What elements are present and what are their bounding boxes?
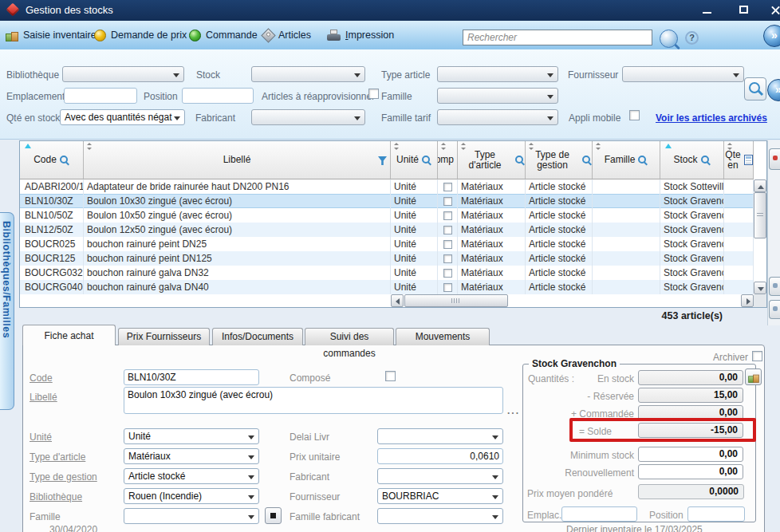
emplacement-field[interactable] xyxy=(561,506,637,522)
cut-button[interactable] xyxy=(769,277,780,296)
table-row[interactable]: BLN12/50ZBoulon 12x50 zingué (avec écrou… xyxy=(20,223,754,237)
column-header-code[interactable]: Code xyxy=(20,141,84,179)
cell-stock: Stock Gravenchon xyxy=(660,280,724,294)
renouvellement-value[interactable]: 0,00 xyxy=(638,464,743,479)
tab-infos-documents[interactable]: Infos/Documents xyxy=(212,328,303,345)
column-header-famille[interactable]: Famille xyxy=(593,141,660,179)
minimum-stock-value[interactable]: 0,00 xyxy=(638,447,743,462)
vertical-scrollbar-thumb[interactable] xyxy=(754,192,766,238)
resize-handle-icon xyxy=(394,143,400,150)
search-input[interactable] xyxy=(463,30,652,45)
toolbar-item-articles[interactable]: Articles xyxy=(263,25,311,45)
table-row[interactable]: ADABRI200/16Adaptateur de bride rainurée… xyxy=(20,179,754,194)
maximize-button[interactable] xyxy=(732,0,756,21)
round-blue-button[interactable] xyxy=(763,25,780,47)
table-row[interactable]: BOUCRG032bouchon rainuré galva DN32Unité… xyxy=(20,266,754,280)
toolbar-item-demande-de-prix[interactable]: Demande de prix xyxy=(94,25,187,45)
famille-fabricant-combo[interactable] xyxy=(377,508,503,524)
tab-mouvements[interactable]: Mouvements xyxy=(396,328,490,345)
famille-tarif-filter-combo[interactable] xyxy=(437,109,558,125)
compose-checkbox[interactable] xyxy=(443,269,452,278)
emplacement-filter-input[interactable] xyxy=(64,88,137,104)
archiver-checkbox[interactable] xyxy=(752,351,762,361)
launch-search-button[interactable] xyxy=(744,77,766,100)
en-stock-value: 0,00 xyxy=(638,370,743,385)
column-header-libelle[interactable]: Libellé xyxy=(84,141,391,179)
delai-livr-combo[interactable] xyxy=(377,428,503,444)
compose-checkbox[interactable] xyxy=(443,183,452,191)
fabricant-filter-combo[interactable] xyxy=(251,109,365,125)
type-article-filter-combo[interactable] xyxy=(437,66,558,82)
close-button[interactable] xyxy=(768,0,780,21)
column-header-type_article[interactable]: Type d'article xyxy=(458,141,526,179)
table-row[interactable]: BLN10/30ZBoulon 10x30 zingué (avec écrou… xyxy=(20,194,754,208)
search-icon[interactable] xyxy=(637,155,648,165)
libelle-field[interactable]: Boulon 10x30 zingué (avec écrou) xyxy=(124,387,503,414)
appli-mobile-checkbox[interactable] xyxy=(629,110,640,120)
stock-detail-button[interactable] xyxy=(745,368,762,385)
sidebar-tab-bibliotheques-familles[interactable]: Bibliothèques/Familles xyxy=(0,212,14,410)
column-header-comp[interactable]: Comp xyxy=(438,141,458,179)
table-row[interactable]: BOUCRG040bouchon rainuré galva DN40Unité… xyxy=(20,280,754,294)
column-header-stock[interactable]: Stock xyxy=(660,141,724,179)
tab-fiche-achat[interactable]: Fiche achat xyxy=(22,325,116,345)
scroll-down-button[interactable] xyxy=(754,282,766,294)
compose-checkbox[interactable] xyxy=(443,226,452,234)
position-filter-input[interactable] xyxy=(182,88,254,104)
unite-combo[interactable]: Unité xyxy=(124,428,259,444)
famille-combo[interactable] xyxy=(124,508,259,524)
compose-checkbox[interactable] xyxy=(443,240,452,249)
search-icon[interactable] xyxy=(700,155,711,165)
archived-articles-link[interactable]: Voir les articles archivés xyxy=(656,112,767,124)
code-field[interactable]: BLN10/30Z xyxy=(124,369,259,385)
qte-stock-filter-combo[interactable]: Avec des quantités négat xyxy=(60,109,185,125)
stock-filter-combo[interactable] xyxy=(251,66,365,82)
search-icon[interactable] xyxy=(660,30,678,48)
minimize-button[interactable] xyxy=(695,0,719,21)
horizontal-scrollbar-thumb[interactable] xyxy=(404,294,508,307)
position-field[interactable] xyxy=(687,506,745,522)
fournisseur-filter-combo[interactable] xyxy=(622,66,744,82)
table-row[interactable]: BOUCR125bouchon rainuré peint DN125Unité… xyxy=(20,251,754,266)
cut-button[interactable] xyxy=(769,300,780,319)
fournisseur-combo[interactable]: BOURBRIAC xyxy=(377,488,503,504)
calculator-icon[interactable] xyxy=(744,155,753,165)
compose-checkbox[interactable] xyxy=(443,254,452,263)
table-row[interactable]: BLN10/50ZBoulon 10x50 zingué (avec écrou… xyxy=(20,208,754,223)
bibliotheque-combo[interactable]: Rouen (Incendie) xyxy=(124,488,259,504)
help-icon[interactable] xyxy=(685,31,699,45)
toolbar-item-saisie-inventaire[interactable]: Saisie inventaire xyxy=(6,25,97,45)
type-gestion-combo[interactable]: Article stocké xyxy=(124,468,259,484)
toolbar-item-impression[interactable]: Impression xyxy=(327,25,394,45)
tab-suivi-des-commandes[interactable]: Suivi des commandes xyxy=(305,328,394,345)
prix-unitaire-field[interactable]: 0,0610 xyxy=(377,448,503,464)
column-header-unite[interactable]: Unité xyxy=(391,141,438,179)
compose-checkbox[interactable] xyxy=(443,197,452,206)
cell-code: ADABRI200/16 xyxy=(20,179,84,194)
table-row[interactable]: BOUCR025bouchon rainuré peint DN25UnitéM… xyxy=(20,237,754,251)
compose-checkbox[interactable] xyxy=(385,371,396,381)
column-header-type_gestion[interactable]: Type de gestion xyxy=(526,141,593,179)
tab-prix-fournisseurs[interactable]: Prix Fournisseurs xyxy=(118,328,210,345)
cut-button[interactable] xyxy=(769,148,780,170)
type-article-combo[interactable]: Matériaux xyxy=(124,448,259,464)
search-icon[interactable] xyxy=(59,155,69,165)
search-icon[interactable] xyxy=(514,155,525,165)
cell-famille xyxy=(593,266,660,280)
resize-handle-icon xyxy=(596,143,601,150)
famille-picker-button[interactable] xyxy=(265,507,282,524)
reappro-checkbox[interactable] xyxy=(368,89,379,99)
compose-checkbox[interactable] xyxy=(443,283,452,292)
search-icon[interactable] xyxy=(581,155,592,165)
compose-checkbox[interactable] xyxy=(443,211,452,220)
scroll-left-button[interactable] xyxy=(391,294,404,307)
column-header-qte[interactable]: Qte en xyxy=(724,141,754,179)
toolbar-item-commande[interactable]: Commande xyxy=(189,25,258,45)
scroll-right-button[interactable] xyxy=(741,294,754,307)
bibliotheque-filter-combo[interactable] xyxy=(62,66,184,82)
fabricant-combo[interactable] xyxy=(377,468,503,484)
scroll-up-button[interactable] xyxy=(754,179,766,192)
filter-funnel-icon[interactable] xyxy=(378,156,387,165)
famille-filter-combo[interactable] xyxy=(437,88,558,104)
search-icon[interactable] xyxy=(421,155,431,165)
